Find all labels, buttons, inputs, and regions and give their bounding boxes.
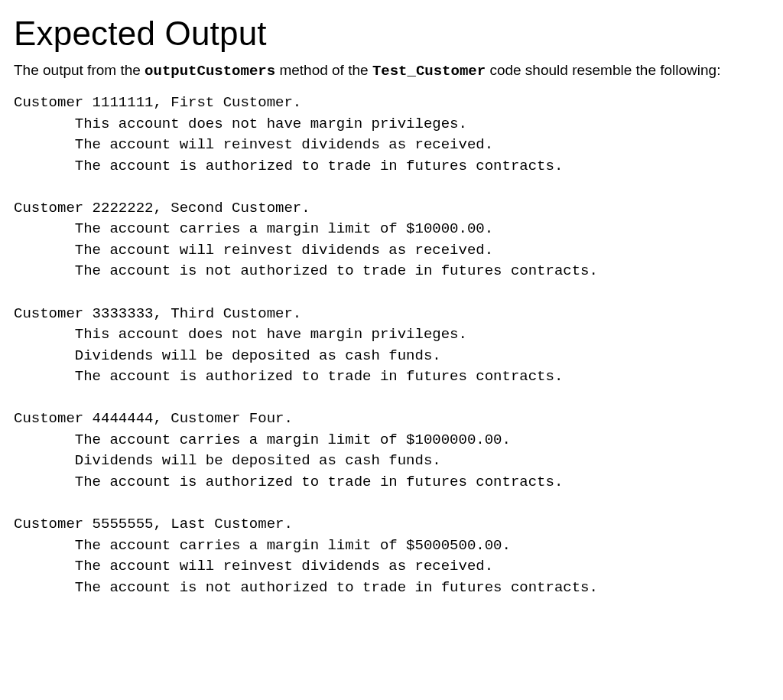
- page-title: Expected Output: [14, 11, 769, 56]
- intro-prefix: The output from the: [14, 62, 145, 78]
- intro-suffix: code should resemble the following:: [486, 62, 720, 78]
- intro-mid: method of the: [275, 62, 372, 78]
- intro-paragraph: The output from the outputCustomers meth…: [14, 60, 769, 82]
- intro-method: outputCustomers: [145, 63, 275, 80]
- expected-output-block: Customer 1111111, First Customer. This a…: [14, 93, 769, 598]
- intro-class: Test_Customer: [372, 63, 486, 80]
